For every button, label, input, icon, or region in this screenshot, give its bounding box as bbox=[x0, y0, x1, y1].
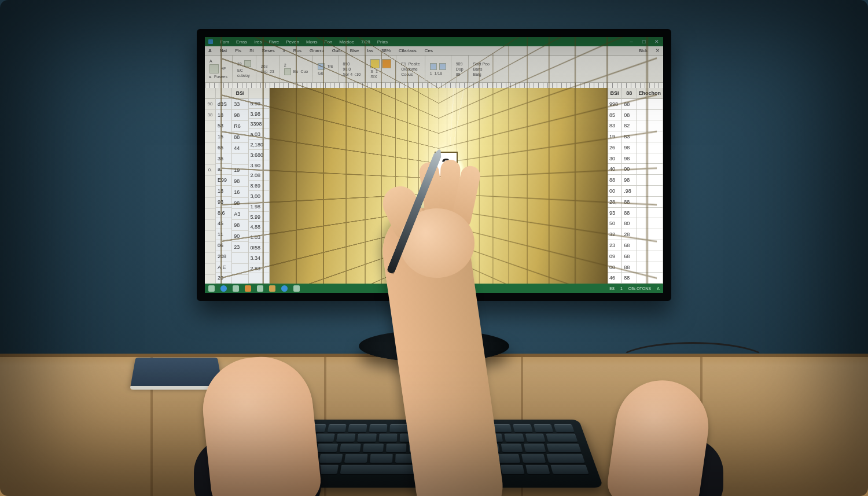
paste-icon[interactable] bbox=[209, 64, 219, 74]
taskbar-icon[interactable] bbox=[220, 285, 227, 292]
cell[interactable] bbox=[205, 209, 215, 220]
taskbar-icon[interactable] bbox=[293, 285, 300, 292]
reaching-hand bbox=[359, 179, 486, 289]
taskbar-icon[interactable] bbox=[269, 285, 275, 292]
cell[interactable] bbox=[205, 242, 215, 253]
taskbar-icon[interactable] bbox=[257, 285, 263, 292]
taskbar-icon[interactable] bbox=[281, 285, 288, 292]
ribbon-tab[interactable]: Ces bbox=[425, 48, 433, 53]
cell[interactable] bbox=[205, 198, 215, 209]
cell[interactable] bbox=[205, 121, 215, 132]
column-header[interactable] bbox=[205, 88, 215, 99]
cell[interactable]: 0. bbox=[205, 165, 215, 176]
cell[interactable] bbox=[205, 187, 215, 198]
notebook bbox=[130, 358, 223, 388]
cell[interactable] bbox=[205, 154, 215, 165]
cell[interactable]: 38 bbox=[205, 110, 215, 121]
cell[interactable] bbox=[205, 143, 215, 154]
scene: Fom Erras Ires Fivre Peven Mons Fon Macl… bbox=[0, 0, 868, 496]
app-icon bbox=[208, 39, 213, 44]
status-text: A bbox=[657, 286, 660, 291]
mouse-cable bbox=[616, 342, 770, 392]
cell[interactable] bbox=[205, 231, 215, 242]
status-text: 1 bbox=[620, 286, 623, 291]
cell[interactable] bbox=[205, 253, 215, 264]
cell[interactable] bbox=[205, 264, 215, 275]
status-text: Ofls OTONS bbox=[628, 286, 651, 291]
taskbar-icon[interactable] bbox=[245, 285, 251, 292]
menu-item[interactable]: Prias bbox=[377, 39, 388, 45]
ribbon-group[interactable]: 1 1/18 bbox=[425, 56, 451, 82]
ribbon-tab[interactable]: Cilariacs bbox=[399, 48, 417, 53]
status-text: E8 bbox=[609, 286, 615, 291]
cell[interactable] bbox=[205, 132, 215, 143]
taskbar-icon[interactable] bbox=[233, 285, 239, 292]
cell[interactable] bbox=[205, 220, 215, 231]
taskbar-icon[interactable] bbox=[208, 285, 215, 292]
cell[interactable]: 90 bbox=[205, 99, 215, 110]
cell[interactable] bbox=[205, 176, 215, 187]
